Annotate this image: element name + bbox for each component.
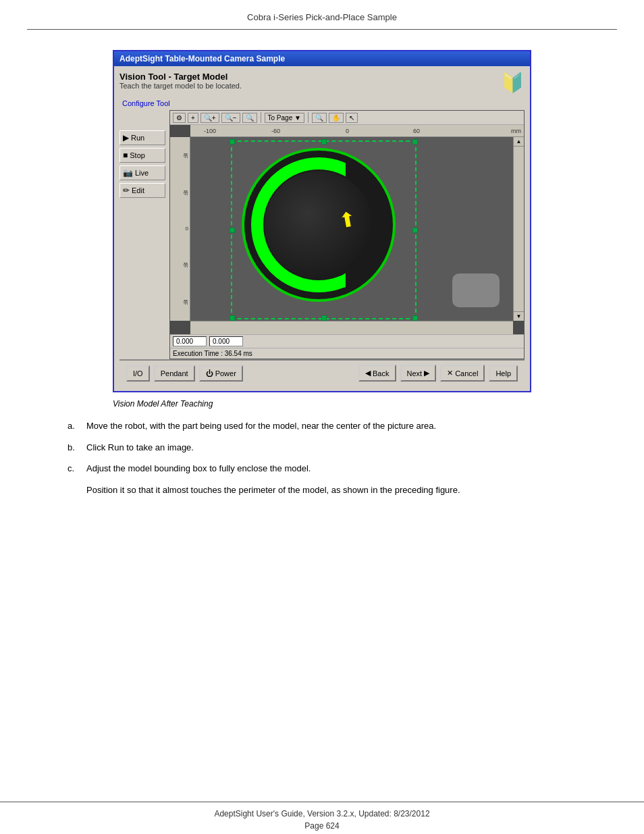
image-viewer: ⚙ + 🔍+ 🔍− 🔍 To Page ▼ 🔍 ✋ — [169, 110, 525, 359]
stop-button[interactable]: ■ Stop — [119, 148, 165, 163]
cancel-x-icon: ✕ — [447, 369, 453, 377]
y-coord: 0.000 — [209, 336, 243, 346]
stop-label: Stop — [130, 151, 145, 159]
pendant-button[interactable]: Pendant — [154, 365, 195, 382]
screenshot-body: Vision Tool - Target Model Teach the tar… — [114, 66, 530, 391]
toolbar-topage-btn[interactable]: To Page ▼ — [265, 113, 304, 123]
next-label: Next — [407, 369, 423, 377]
bb-handle-tr[interactable] — [412, 139, 418, 145]
scrollbar-up-arrow[interactable]: ▲ — [514, 137, 524, 147]
power-label: Power — [215, 369, 236, 377]
bb-handle-tl[interactable] — [230, 139, 235, 145]
ruler-y-label-4: 쪾 — [183, 261, 188, 269]
io-label: I/O — [133, 369, 143, 377]
left-controls: ▶ Run ■ Stop 📷 Live ✏ E — [119, 110, 165, 359]
stop-icon: ■ — [123, 151, 128, 160]
viewer-toolbar: ⚙ + 🔍+ 🔍− 🔍 To Page ▼ 🔍 ✋ — [170, 111, 524, 125]
back-button[interactable]: ◀ Back — [358, 365, 396, 382]
bb-handle-tm[interactable] — [321, 139, 327, 145]
toolbar-cross-btn[interactable]: + — [188, 113, 198, 123]
cancel-button[interactable]: ✕ Cancel — [440, 365, 485, 382]
toolbar-zoom-in-btn[interactable]: 🔍+ — [200, 113, 219, 123]
instruction-item-a: a. Move the robot, with the part being u… — [68, 419, 590, 433]
footer-page: Page 624 — [27, 821, 617, 831]
run-label: Run — [131, 134, 144, 142]
instruction-label-a: a. — [68, 419, 81, 433]
edit-button[interactable]: ✏ Edit — [119, 183, 165, 198]
caption-text: Vision Model After Teaching — [113, 399, 213, 409]
ruler-y-label-1: 쪾 — [183, 152, 188, 159]
run-button[interactable]: ▶ Run — [119, 130, 165, 145]
live-icon: 📷 — [123, 168, 133, 178]
bb-handle-rm[interactable] — [412, 228, 418, 233]
pendant-label: Pendant — [161, 369, 188, 377]
bb-handle-lm[interactable] — [230, 228, 235, 233]
scrollbar-right[interactable]: ▲ ▼ — [513, 137, 524, 321]
header-title: Cobra i-Series Pick-and-Place Sample — [247, 12, 397, 22]
instruction-text-b: Click Run to take an image. — [86, 441, 194, 454]
ruler-top: -100 -60 0 60 mm — [190, 125, 524, 137]
instruction-text-c: Adjust the model bounding box to fully e… — [86, 462, 311, 475]
gray-part — [452, 273, 500, 307]
footer-guide-text: AdeptSight User's Guide, Version 3.2.x, … — [27, 809, 617, 818]
back-arrow-icon: ◀ — [365, 369, 371, 377]
vision-tool-header: Vision Tool - Target Model Teach the tar… — [119, 72, 525, 94]
nav-bar: I/O Pendant ⏻ Power ◀ Back Ne — [119, 359, 525, 386]
header-divider — [27, 29, 617, 30]
instruction-text-a: Move the robot, with the part being used… — [86, 419, 436, 433]
scrollbar-down-arrow[interactable]: ▼ — [514, 311, 524, 321]
toolbar-search-btn[interactable]: 🔍 — [312, 113, 327, 123]
help-label: Help — [495, 369, 511, 377]
toolbar-zoom-out-btn[interactable]: 🔍− — [221, 113, 240, 123]
ruler-label-minus100: -100 — [204, 128, 216, 134]
toolbar-settings-btn[interactable]: ⚙ — [173, 113, 186, 123]
vision-tool-info: Vision Tool - Target Model Teach the tar… — [119, 72, 242, 90]
configure-tool-label: Configure Tool — [122, 99, 525, 107]
exec-time-label: Execution Time : 36.54 ms — [173, 350, 252, 357]
vision-main: ▶ Run ■ Stop 📷 Live ✏ E — [119, 110, 525, 359]
page-header: Cobra i-Series Pick-and-Place Sample — [0, 0, 644, 29]
ruler-label-0: 0 — [346, 128, 349, 134]
live-label: Live — [135, 169, 149, 177]
run-icon: ▶ — [123, 133, 129, 142]
toolbar-zoom-fit-btn[interactable]: 🔍 — [242, 113, 257, 123]
toolbar-arrow-btn[interactable]: ↖ — [346, 113, 358, 123]
camera-image: -100 -60 0 60 mm 쪾 쪾 0 쪾 — [170, 125, 524, 334]
live-button[interactable]: 📷 Live — [119, 165, 165, 180]
page-footer: AdeptSight User's Guide, Version 3.2.x, … — [0, 802, 644, 834]
vision-tool-subtitle: Teach the target model to be located. — [119, 82, 242, 90]
status-bar: 0.000 0.000 — [170, 334, 524, 348]
ruler-y-label-5: 쪾 — [183, 298, 188, 306]
toolbar-hand-btn[interactable]: ✋ — [329, 113, 344, 123]
help-button[interactable]: Help — [489, 365, 518, 382]
ruler-label-60: 60 — [413, 128, 420, 134]
power-button[interactable]: ⏻ Power — [199, 365, 243, 382]
bb-handle-br[interactable] — [412, 315, 418, 321]
scrollbar-bottom[interactable] — [190, 321, 513, 334]
instruction-list: a. Move the robot, with the part being u… — [68, 419, 590, 475]
screenshot-titlebar: AdeptSight Table-Mounted Camera Sample — [114, 51, 530, 66]
next-button[interactable]: Next ▶ — [400, 365, 437, 382]
instruction-label-c: c. — [68, 462, 81, 475]
bb-handle-bl[interactable] — [230, 315, 235, 321]
screenshot-caption: Vision Model After Teaching — [113, 399, 531, 409]
next-arrow-icon: ▶ — [424, 369, 429, 377]
vision-tool-title: Vision Tool - Target Model — [119, 72, 242, 82]
bounding-box[interactable] — [231, 140, 417, 319]
ruler-y-label-2: 쪾 — [183, 189, 188, 197]
toolbar-separator-2 — [308, 112, 308, 123]
ruler-unit: mm — [511, 128, 521, 134]
topage-label: To Page — [268, 114, 293, 122]
sub-paragraph: Position it so that it almost touches th… — [86, 484, 590, 497]
io-button[interactable]: I/O — [126, 365, 150, 382]
bb-handle-bm[interactable] — [321, 315, 327, 321]
ruler-y-label-3: 0 — [186, 226, 188, 232]
page-content: AdeptSight Table-Mounted Camera Sample V… — [0, 43, 644, 510]
instruction-item-b: b. Click Run to take an image. — [68, 441, 590, 454]
toolbar-separator — [261, 112, 261, 123]
exec-time-bar: Execution Time : 36.54 ms — [170, 348, 524, 359]
screenshot-title: AdeptSight Table-Mounted Camera Sample — [119, 54, 285, 63]
instruction-label-b: b. — [68, 441, 81, 454]
power-icon: ⏻ — [206, 369, 213, 377]
image-content: ⬆ — [190, 137, 513, 321]
